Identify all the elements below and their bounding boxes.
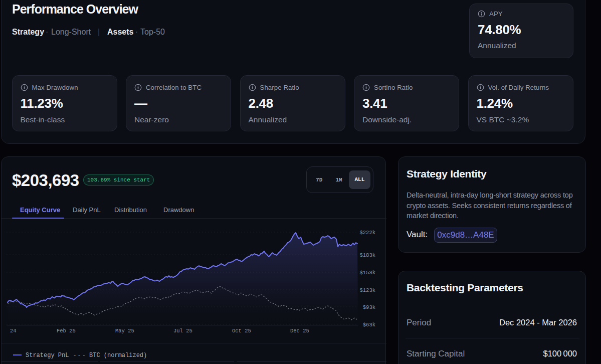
svg-text:Feb 25: Feb 25 <box>57 328 76 334</box>
svg-text:Jul 25: Jul 25 <box>173 328 192 334</box>
svg-text:Oct 25: Oct 25 <box>232 328 251 334</box>
svg-text:$183k: $183k <box>359 252 375 258</box>
svg-text:$222k: $222k <box>359 230 375 236</box>
svg-text:$93k: $93k <box>363 304 375 310</box>
svg-text:$153k: $153k <box>359 270 375 276</box>
svg-text:24: 24 <box>10 328 17 334</box>
svg-text:May 25: May 25 <box>115 328 134 334</box>
svg-text:$63k: $63k <box>363 322 375 328</box>
svg-text:$123k: $123k <box>359 287 375 293</box>
svg-text:Dec 25: Dec 25 <box>290 328 309 334</box>
